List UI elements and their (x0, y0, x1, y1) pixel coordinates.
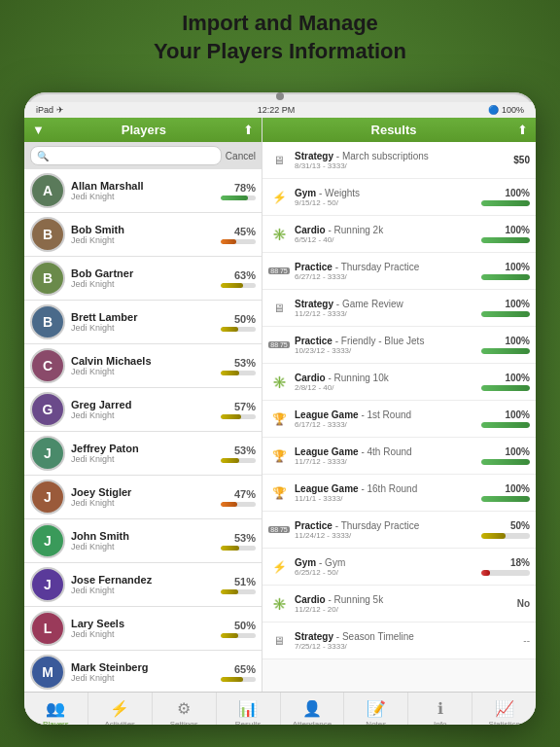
result-subtitle: 11/1/1 - 3333/ (295, 494, 476, 503)
player-name: Jose Fernandez (71, 574, 215, 586)
ipad-frame: iPad ✈ 12:22 PM 🔵 100% ▼ Players ⬆ Cance… (24, 92, 536, 725)
result-item[interactable]: 🖥 Strategy - Season Timeline 7/25/12 - 3… (262, 622, 536, 659)
percent-value: 51% (221, 576, 256, 587)
player-item[interactable]: J Jose Fernandez Jedi Knight 51% (24, 563, 262, 607)
player-item[interactable]: A Allan Marshall Jedi Knight 78% (24, 169, 262, 213)
tab-statistics[interactable]: 📈 Statistics (472, 693, 536, 725)
player-name: Joey Stigler (71, 486, 215, 498)
player-avatar: C (30, 348, 65, 383)
tab-label: Info (434, 720, 446, 726)
result-subtitle: 11/24/12 - 3333/ (295, 531, 476, 540)
result-bar (481, 385, 530, 391)
result-item[interactable]: 🏆 League Game - 4th Round 11/7/12 - 3333… (262, 438, 536, 475)
player-percent: 65% (221, 663, 256, 682)
player-name: Mark Steinberg (71, 661, 215, 673)
percent-value: 53% (221, 445, 256, 456)
result-item[interactable]: ✳️ Cardio - Running 5k 11/2/12 - 20/ No (262, 586, 536, 622)
player-item[interactable]: B Bob Gartner Jedi Knight 63% (24, 257, 262, 301)
result-subtitle: 8/31/13 - 3333/ (295, 161, 476, 170)
result-title: Strategy - March subscriptions (295, 151, 476, 161)
progress-bar (221, 414, 256, 419)
progress-bar (221, 589, 256, 594)
player-percent: 53% (221, 532, 256, 551)
tab-settings[interactable]: ⚙ Settings (153, 693, 217, 725)
result-item[interactable]: 🏆 League Game - 16th Round 11/1/1 - 3333… (262, 475, 536, 512)
result-value: 100% (481, 373, 530, 383)
result-subtitle: 11/2/12 - 20/ (295, 605, 476, 614)
player-item[interactable]: G Greg Jarred Jedi Knight 57% (24, 388, 262, 432)
status-right: 🔵 100% (488, 105, 524, 115)
player-item[interactable]: M Mark Steinberg Jedi Knight 65% (24, 651, 262, 692)
search-input[interactable] (30, 146, 222, 165)
result-item[interactable]: ✳️ Cardio - Running 10k 2/8/12 - 40/ 100… (262, 364, 536, 401)
player-item[interactable]: L Lary Seels Jedi Knight 50% (24, 607, 262, 651)
result-value-wrap: 100% (481, 188, 530, 206)
player-item[interactable]: C Calvin Michaels Jedi Knight 53% (24, 344, 262, 388)
result-value: 100% (481, 188, 530, 198)
player-item[interactable]: B Bob Smith Jedi Knight 45% (24, 213, 262, 257)
tab-attendance[interactable]: 👤 Attendance (281, 693, 345, 725)
player-avatar: L (30, 611, 65, 646)
player-name: Allan Marshall (71, 180, 215, 192)
player-percent: 47% (221, 488, 256, 507)
player-percent: 63% (221, 269, 256, 288)
result-item[interactable]: ⚡ Gym - Weights 9/15/12 - 50/ 100% (262, 179, 536, 216)
result-bar (481, 200, 530, 206)
player-item[interactable]: B Brett Lamber Jedi Knight 50% (24, 301, 262, 344)
player-item[interactable]: J Joey Stigler Jedi Knight 47% (24, 476, 262, 519)
result-title: Practice - Thursday Practice (295, 262, 476, 272)
player-item[interactable]: J Jeffrey Paton Jedi Knight 53% (24, 432, 262, 476)
result-title: Practice - Friendly - Blue Jets (295, 336, 476, 346)
player-team: Jedi Knight (71, 542, 215, 551)
result-info: Practice - Thursday Practice 6/27/12 - 3… (295, 262, 476, 281)
tab-label: Players (43, 720, 69, 726)
progress-bar (221, 677, 256, 682)
result-item[interactable]: 🖥 Strategy - Game Review 11/2/12 - 3333/… (262, 290, 536, 327)
tab-icon: ℹ (438, 699, 443, 718)
result-item[interactable]: ⚡ Gym - Gym 6/25/12 - 50/ 18% (262, 549, 536, 586)
tab-activities[interactable]: ⚡ Activities (88, 693, 153, 725)
result-title: Cardio - Running 2k (295, 225, 476, 235)
results-panel: Results ⬆ 🖥 Strategy - March subscriptio… (262, 118, 536, 692)
result-subtitle: 2/8/12 - 40/ (295, 383, 476, 392)
result-title: Strategy - Game Review (295, 299, 476, 309)
result-bar (481, 422, 530, 428)
tab-results[interactable]: 📊 Results (217, 693, 281, 725)
player-percent: 45% (221, 226, 256, 244)
player-team: Jedi Knight (71, 367, 215, 376)
result-item[interactable]: 88 75 Practice - Friendly - Blue Jets 10… (262, 327, 536, 364)
search-cancel[interactable]: Cancel (226, 151, 256, 161)
result-item[interactable]: 88 75 Practice - Thursday Practice 11/24… (262, 512, 536, 549)
results-title: Results (270, 123, 517, 137)
result-value: $50 (481, 155, 530, 165)
tab-players[interactable]: 👥 Players (24, 693, 88, 725)
result-title: Gym - Weights (295, 188, 476, 198)
results-export-icon[interactable]: ⬆ (517, 123, 528, 137)
result-info: Practice - Thursday Practice 11/24/12 - … (295, 520, 476, 540)
progress-bar (221, 283, 256, 288)
result-bar (481, 459, 530, 465)
player-avatar: J (30, 567, 65, 602)
filter-icon[interactable]: ▼ (32, 123, 45, 137)
player-team: Jedi Knight (71, 454, 215, 464)
result-item[interactable]: ✳️ Cardio - Running 2k 6/5/12 - 40/ 100% (262, 216, 536, 253)
results-header: Results ⬆ (262, 118, 536, 142)
result-bar (481, 533, 530, 539)
result-bar (481, 496, 530, 502)
tab-notes[interactable]: 📝 Notes (344, 693, 408, 725)
result-bar (481, 237, 530, 243)
result-value-wrap: 100% (481, 446, 530, 465)
tab-label: Activities (105, 720, 136, 726)
result-item[interactable]: 🏆 League Game - 1st Round 6/17/12 - 3333… (262, 401, 536, 438)
export-icon[interactable]: ⬆ (243, 123, 254, 137)
player-item[interactable]: J John Smith Jedi Knight 53% (24, 519, 262, 563)
result-icon: ⚡ (268, 556, 290, 578)
player-team: Jedi Knight (71, 629, 215, 639)
result-item[interactable]: 🖥 Strategy - March subscriptions 8/31/13… (262, 142, 536, 179)
tab-label: Attendance (293, 720, 332, 726)
progress-bar (221, 502, 256, 507)
result-item[interactable]: 88 75 Practice - Thursday Practice 6/27/… (262, 253, 536, 290)
tab-info[interactable]: ℹ Info (408, 693, 472, 725)
progress-bar (221, 546, 256, 551)
player-percent: 78% (221, 182, 256, 200)
